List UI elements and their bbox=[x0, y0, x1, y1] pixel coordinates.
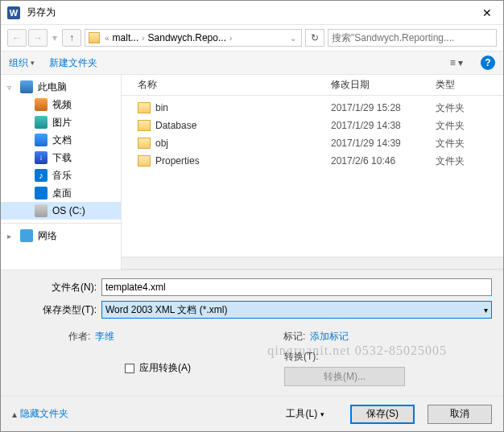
downloads-icon: ↓ bbox=[35, 151, 48, 164]
sidebar-item-label: OS (C:) bbox=[52, 205, 85, 216]
folder-icon bbox=[138, 138, 151, 149]
help-button[interactable]: ? bbox=[481, 56, 495, 70]
sidebar-item-video[interactable]: 视频 bbox=[1, 96, 121, 113]
column-headers: 名称 修改日期 类型 bbox=[122, 75, 503, 96]
breadcrumb-item[interactable]: malt... bbox=[113, 32, 139, 43]
sidebar-item-label: 网络 bbox=[38, 229, 57, 243]
apply-transform-checkbox[interactable]: 应用转换(A) bbox=[125, 361, 284, 375]
sidebar-item-label: 文档 bbox=[52, 134, 72, 147]
expand-caret-icon[interactable]: ▿ bbox=[7, 83, 11, 92]
window-title: 另存为 bbox=[27, 6, 471, 19]
cancel-button[interactable]: 取消 bbox=[428, 405, 492, 424]
tags-label: 标记: bbox=[283, 330, 305, 344]
author-label: 作者: bbox=[68, 330, 90, 344]
history-button[interactable]: ▾ bbox=[49, 29, 60, 47]
chevron-down-icon: ▾ bbox=[320, 410, 324, 418]
file-date: 2017/1/29 14:38 bbox=[331, 120, 436, 131]
sidebar-item-label: 音乐 bbox=[52, 169, 72, 183]
sidebar-item-documents[interactable]: 文档 bbox=[1, 131, 121, 149]
sidebar-item-this-pc[interactable]: ▿ 此电脑 bbox=[1, 78, 121, 96]
save-type-label: 保存类型(T): bbox=[12, 303, 97, 317]
sidebar-item-label: 下载 bbox=[52, 151, 72, 165]
expand-caret-icon[interactable]: ▸ bbox=[7, 232, 11, 241]
tools-label: 工具(L) bbox=[286, 407, 317, 421]
organize-button[interactable]: 组织 ▾ bbox=[9, 56, 35, 70]
music-icon: ♪ bbox=[35, 169, 48, 182]
sidebar-item-network[interactable]: ▸ 网络 bbox=[1, 227, 121, 245]
apply-transform-label: 应用转换(A) bbox=[139, 361, 191, 375]
tools-button[interactable]: 工具(L) ▾ bbox=[273, 405, 337, 424]
save-as-dialog: W 另存为 ✕ ← → ▾ ↑ « malt... › Sandwych.Rep… bbox=[0, 0, 504, 432]
video-icon bbox=[35, 98, 48, 111]
folder-icon bbox=[138, 120, 151, 131]
sidebar-item-pictures[interactable]: 图片 bbox=[1, 113, 121, 131]
hide-folders-link[interactable]: ▴ 隐藏文件夹 bbox=[12, 407, 68, 421]
organize-label: 组织 bbox=[9, 56, 28, 70]
tags-value[interactable]: 添加标记 bbox=[310, 330, 349, 344]
bottom-bar: ▴ 隐藏文件夹 工具(L) ▾ 保存(S) 取消 bbox=[1, 396, 503, 431]
file-date: 2017/2/6 10:46 bbox=[331, 155, 436, 167]
chevron-down-icon[interactable]: ⌄ bbox=[288, 34, 298, 43]
sidebar-item-drive-c[interactable]: OS (C:) bbox=[1, 202, 121, 220]
desktop-icon bbox=[35, 187, 48, 200]
sidebar-item-downloads[interactable]: ↓ 下载 bbox=[1, 149, 121, 167]
network-icon bbox=[20, 229, 33, 242]
file-name: bin bbox=[155, 102, 168, 113]
refresh-button[interactable]: ↻ bbox=[305, 29, 324, 47]
column-header-type[interactable]: 类型 bbox=[436, 78, 503, 92]
file-row[interactable]: Database2017/1/29 14:38文件夹 bbox=[122, 117, 503, 134]
filename-label: 文件名(N): bbox=[12, 281, 97, 294]
filename-input[interactable] bbox=[101, 278, 492, 296]
sidebar-item-label: 此电脑 bbox=[38, 80, 67, 94]
up-button[interactable]: ↑ bbox=[62, 29, 81, 47]
author-value[interactable]: 李维 bbox=[95, 330, 114, 344]
chevron-down-icon: ▾ bbox=[484, 306, 488, 315]
main-area: ▿ 此电脑 视频 图片 文档 ↓ 下载 ♪ 音乐 bbox=[1, 75, 503, 269]
file-name: Properties bbox=[155, 155, 200, 167]
toolbar: 组织 ▾ 新建文件夹 ≡ ▾ ? bbox=[1, 51, 503, 75]
transform-area: 应用转换(A) qingruanit.net 0532-85025005 转换(… bbox=[12, 350, 492, 396]
word-app-icon: W bbox=[7, 6, 20, 19]
new-folder-button[interactable]: 新建文件夹 bbox=[49, 56, 97, 70]
save-button[interactable]: 保存(S) bbox=[350, 405, 415, 424]
nav-arrow-group: ← → ▾ ↑ bbox=[7, 29, 81, 47]
folder-icon bbox=[89, 32, 100, 43]
file-row[interactable]: Properties2017/2/6 10:46文件夹 bbox=[122, 152, 503, 170]
chevron-down-icon: ▾ bbox=[31, 59, 35, 67]
sidebar-divider bbox=[1, 223, 121, 224]
breadcrumb-item[interactable]: Sandwych.Repo... bbox=[148, 32, 226, 43]
column-header-name[interactable]: 名称 bbox=[138, 78, 331, 92]
folder-icon bbox=[138, 102, 151, 113]
save-type-combo[interactable]: Word 2003 XML 文档 (*.xml) ▾ bbox=[101, 301, 492, 319]
title-bar: W 另存为 ✕ bbox=[1, 1, 503, 25]
column-header-date[interactable]: 修改日期 bbox=[331, 78, 436, 92]
file-date: 2017/1/29 15:28 bbox=[331, 102, 436, 113]
transform-button[interactable]: 转换(M)... bbox=[284, 367, 405, 386]
forward-button[interactable]: → bbox=[28, 29, 48, 47]
file-type: 文件夹 bbox=[436, 137, 503, 150]
file-type: 文件夹 bbox=[436, 119, 503, 133]
search-input[interactable] bbox=[328, 29, 497, 47]
save-type-value: Word 2003 XML 文档 (*.xml) bbox=[105, 303, 227, 317]
file-row[interactable]: bin2017/1/29 15:28文件夹 bbox=[122, 99, 503, 117]
view-options-button[interactable]: ≡ ▾ bbox=[447, 54, 466, 72]
chevron-right-icon: › bbox=[140, 34, 146, 43]
close-button[interactable]: ✕ bbox=[471, 1, 503, 25]
chevron-left-icon: « bbox=[103, 34, 111, 43]
chevron-right-icon: › bbox=[228, 34, 233, 43]
documents-icon bbox=[35, 134, 48, 146]
file-type: 文件夹 bbox=[436, 101, 503, 115]
sidebar-item-label: 视频 bbox=[52, 98, 72, 112]
file-list-pane: 名称 修改日期 类型 bin2017/1/29 15:28文件夹Database… bbox=[122, 75, 503, 269]
metadata-row: 作者: 李维 标记: 添加标记 bbox=[12, 323, 492, 350]
file-row[interactable]: obj2017/1/29 14:39文件夹 bbox=[122, 134, 503, 152]
file-name: Database bbox=[155, 120, 196, 131]
file-rows: bin2017/1/29 15:28文件夹Database2017/1/29 1… bbox=[122, 96, 503, 257]
sidebar-item-desktop[interactable]: 桌面 bbox=[1, 184, 121, 202]
pictures-icon bbox=[35, 116, 48, 129]
computer-icon bbox=[20, 80, 33, 93]
horizontal-scrollbar[interactable] bbox=[122, 257, 503, 269]
back-button[interactable]: ← bbox=[7, 29, 27, 47]
sidebar-item-music[interactable]: ♪ 音乐 bbox=[1, 167, 121, 184]
breadcrumb-path[interactable]: « malt... › Sandwych.Repo... › ⌄ bbox=[85, 29, 302, 47]
